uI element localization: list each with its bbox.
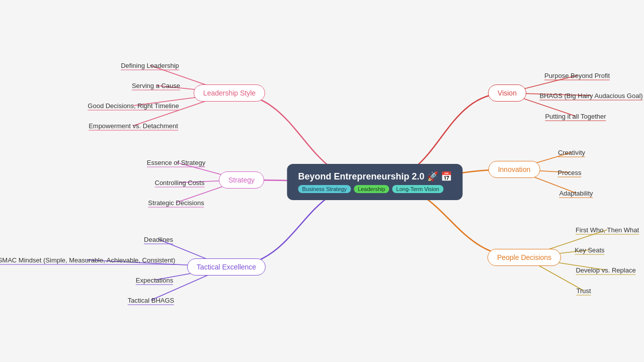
leaf-first-who,-then-what: First Who, Then What [576, 226, 639, 234]
center-node: Beyond Entrepreneurship 2.0 🚀 📅 Business… [287, 164, 462, 200]
leaf-good-decisions,-right-timeline: Good Decisions, Right Timeline [88, 102, 179, 110]
leaf-serving-a-cause: Serving a Cause [132, 82, 180, 89]
leaf-trust: Trust [576, 287, 591, 295]
tag-2: Long-Term Vision [392, 185, 443, 193]
branch-label-people: People Decisions [488, 249, 561, 266]
branch-people[interactable]: People Decisions [488, 249, 561, 266]
center-title: Beyond Entrepreneurship 2.0 🚀 📅 [298, 171, 451, 182]
leaf-creativity: Creativity [558, 149, 585, 156]
leaf-bhags-(big-hairy-audacious-goa: BHAGS (Big Hairy Audacious Goal) [539, 92, 642, 100]
leaf-controlling-costs: Controlling Costs [155, 179, 205, 187]
leaf-adaptability: Adaptability [559, 190, 593, 197]
tag-1: Leadership [354, 185, 389, 193]
branch-tactical[interactable]: Tactical Excellence [187, 258, 266, 276]
branch-label-leadership: Leadership Style [194, 84, 265, 102]
branch-label-strategy: Strategy [219, 171, 264, 189]
leaf-tactical-bhags: Tactical BHAGS [128, 297, 174, 304]
tag-0: Business Strategy [298, 185, 351, 193]
branch-vision[interactable]: Vision [488, 84, 526, 102]
leaf-develop-vs.-replace: Develop vs. Replace [576, 266, 635, 274]
branch-innovation[interactable]: Innovation [489, 161, 540, 178]
leaf-key-seats: Key Seats [575, 246, 604, 254]
leaf-process: Process [558, 169, 582, 176]
leaf-deadlines: Deadlines [144, 236, 173, 243]
leaf-purpose-beyond-profit: Purpose Beyond Profit [544, 72, 610, 79]
leaf-essence-of-strategy: Essence of Strategy [147, 159, 205, 166]
branch-label-tactical: Tactical Excellence [187, 258, 266, 276]
leaf-putting-it-all-together: Putting it all Together [545, 113, 606, 120]
leaf-defining-leadership: Defining Leadership [121, 62, 179, 69]
leaf-strategic-decisions: Strategic Decisions [148, 199, 204, 207]
leaf-empowerment-vs.-detachment: Empowerment vs. Detachment [89, 122, 178, 130]
leaf-expectations: Expectations [136, 277, 173, 284]
branch-leadership[interactable]: Leadership Style [194, 84, 265, 102]
branch-label-vision: Vision [488, 84, 526, 102]
branch-strategy[interactable]: Strategy [219, 171, 264, 189]
branch-label-innovation: Innovation [489, 161, 540, 178]
leaf-smac-mindset-(simple,-measurab: SMAC Mindset (Simple, Measurable, Achiev… [0, 256, 175, 264]
